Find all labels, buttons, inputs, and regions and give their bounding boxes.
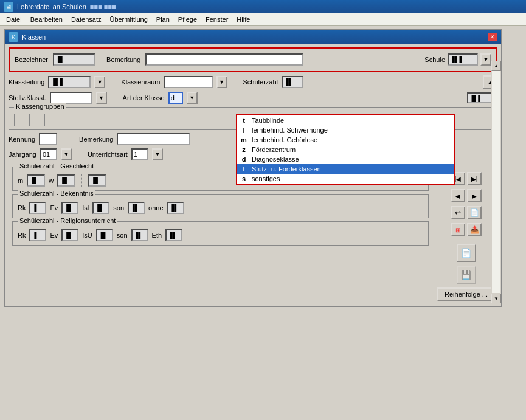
menu-pflege[interactable]: Pflege	[175, 15, 201, 24]
scroll-down-button[interactable]: ▼	[491, 294, 501, 303]
dialog-title: Klassen	[22, 33, 46, 41]
nav-last-button[interactable]: ▶|	[467, 172, 482, 185]
bezeichner-label: Bezeichner	[15, 56, 48, 63]
schule-area: Schule ▼	[424, 53, 491, 66]
schule-label: Schule	[424, 56, 445, 63]
bemerkung-input[interactable]	[145, 53, 303, 66]
separator-3	[44, 114, 45, 126]
menu-bearbeiten[interactable]: Bearbeiten	[27, 15, 66, 24]
unterrichtsart-dropdown-button[interactable]: ▼	[152, 148, 163, 160]
dropdown-item-s[interactable]: s sonstiges	[237, 174, 454, 184]
table-button[interactable]: ⊞	[451, 223, 465, 236]
rk-input[interactable]	[29, 202, 46, 214]
menu-fenster[interactable]: Fenster	[202, 15, 232, 24]
dropdown-label-l: lernbehind. Schwerhörige	[252, 126, 328, 134]
klassleitung-row: Klassleitung ▼ Klassenraum ▼ Schülerzahl…	[9, 75, 497, 89]
dropdown-key-z: z	[240, 146, 248, 153]
klassenraum-dropdown-button[interactable]: ▼	[216, 76, 227, 88]
save-entry-button[interactable]: 💾	[457, 266, 476, 284]
export-button[interactable]: 📤	[467, 223, 482, 236]
art-dropdown-list[interactable]: t Taubblinde l lernbehind. Schwerhörige …	[237, 115, 454, 184]
undo-button[interactable]: ↩	[451, 206, 465, 219]
main-area: K Klassen ✕ Bezeichner Bemerkung Schule …	[0, 26, 526, 420]
isl-label: Isl	[82, 204, 89, 212]
son-input[interactable]	[128, 202, 145, 214]
separator-1	[14, 114, 15, 126]
dialog-title-left: K Klassen	[9, 32, 46, 42]
art-dropdown-button[interactable]: ▼	[187, 92, 198, 104]
scroll-thumb[interactable]	[492, 71, 500, 293]
w-input[interactable]	[57, 174, 75, 187]
rel-ev-input[interactable]	[61, 229, 78, 241]
m-label: m	[18, 177, 23, 184]
eth-input[interactable]	[165, 229, 182, 241]
schule-input[interactable]	[448, 53, 478, 66]
klassenraum-input[interactable]	[164, 76, 213, 88]
new-entry-button[interactable]: 📄	[457, 244, 476, 262]
kennung-input[interactable]	[39, 133, 57, 145]
app-title: Lehrerdatei an Schulen	[17, 3, 86, 10]
menu-datei[interactable]: Datei	[2, 15, 26, 24]
rel-isu-input[interactable]	[96, 229, 113, 241]
ausl-input[interactable]	[88, 174, 106, 187]
app-title-suffix: ■■■ ■■■	[90, 3, 116, 10]
rel-rk-label: Rk	[18, 232, 26, 239]
unterrichtsart-label: Unterrichtsart	[88, 151, 128, 158]
scrollbar[interactable]: ▲ ▼	[491, 61, 501, 303]
art-input[interactable]	[168, 92, 183, 104]
rel-rk-input[interactable]	[29, 229, 46, 241]
dropdown-item-m[interactable]: m lernbehind. Gehörlose	[237, 135, 454, 145]
dropdown-key-l: l	[240, 126, 248, 134]
dropdown-key-s: s	[240, 175, 248, 182]
menu-plan[interactable]: Plan	[153, 15, 173, 24]
unterrichtsart-input[interactable]	[131, 148, 148, 160]
dropdown-key-m: m	[240, 136, 248, 143]
isl-input[interactable]	[92, 202, 109, 214]
scroll-up-button[interactable]: ▲	[491, 61, 501, 71]
schuelerzahl-label: Schülerzahl	[243, 78, 278, 86]
geschlecht-separator	[81, 174, 82, 187]
art-label: Art der Klasse	[123, 94, 165, 102]
menu-datensatz[interactable]: Datensatz	[67, 15, 105, 24]
nav-prev-next-group: ◀ ▶	[451, 189, 482, 202]
dropdown-item-f[interactable]: f Stütz- u. Förderklassen	[237, 164, 454, 174]
new-record-button[interactable]: 📄	[467, 206, 482, 219]
bezeichner-input[interactable]	[53, 53, 95, 66]
nav-buttons-group: |◀ ▶|	[451, 172, 482, 185]
stellv-dropdown-button[interactable]: ▼	[96, 92, 107, 104]
jahrgang-input[interactable]	[40, 148, 57, 160]
jahrgang-dropdown-button[interactable]: ▼	[61, 148, 72, 160]
reihenfolge-button[interactable]: Reihenfolge ...	[437, 287, 495, 301]
stellv-input[interactable]	[50, 92, 92, 104]
rk-label: Rk	[18, 204, 26, 212]
stellv-row: Stellv.Klassl. ▼ Art der Klasse ▼	[9, 92, 497, 104]
dropdown-item-d[interactable]: d Diagnoseklasse	[237, 154, 454, 164]
w-label: w	[49, 177, 54, 184]
klassleitung-input[interactable]	[48, 76, 91, 88]
dialog-icon: K	[9, 32, 18, 42]
schuelerzahl-input[interactable]	[282, 76, 303, 88]
dropdown-item-l[interactable]: l lernbehind. Schwerhörige	[237, 125, 454, 135]
kennung-label: Kennung	[9, 136, 35, 143]
religionsunterricht-group: Schülerzahl - Religionsunterricht Rk Ev …	[12, 221, 429, 246]
dropdown-item-z[interactable]: z Förderzentrum	[237, 145, 454, 154]
klassleitung-dropdown-button[interactable]: ▼	[94, 76, 105, 88]
bemerkung-label: Bemerkung	[106, 56, 140, 63]
schule-dropdown-button[interactable]: ▼	[480, 53, 491, 66]
klassleitung-label: Klassleitung	[9, 78, 44, 86]
ohne-input[interactable]	[167, 202, 184, 214]
nav-next-button[interactable]: ▶	[467, 189, 482, 202]
dropdown-item-t[interactable]: t Taubblinde	[237, 115, 454, 125]
m-input[interactable]	[27, 174, 45, 187]
menu-hilfe[interactable]: Hilfe	[233, 15, 254, 24]
klassen-dialog: K Klassen ✕ Bezeichner Bemerkung Schule …	[4, 29, 502, 307]
nav-prev-button[interactable]: ◀	[451, 189, 465, 202]
app-icon: 🖥	[4, 2, 13, 12]
dropdown-label-t: Taubblinde	[252, 117, 284, 124]
bemerkung2-input[interactable]	[117, 133, 190, 145]
menu-uebermittlung[interactable]: Übermittlung	[106, 15, 151, 24]
rel-son-input[interactable]	[131, 229, 148, 241]
ev-input[interactable]	[61, 202, 78, 214]
bottom-action-buttons: 📄 💾	[457, 244, 476, 284]
dialog-close-button[interactable]: ✕	[488, 33, 497, 41]
